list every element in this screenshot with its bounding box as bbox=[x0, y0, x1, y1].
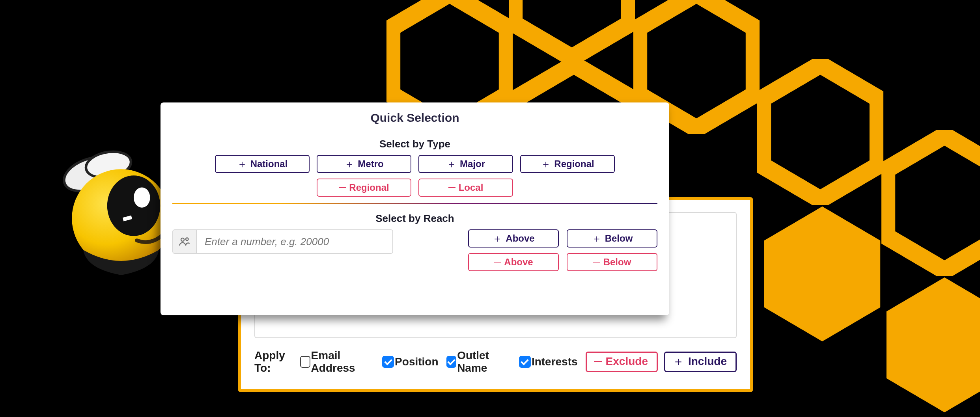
plus-icon: ＋ bbox=[541, 159, 551, 169]
type-remove-row: Regional Local bbox=[172, 179, 657, 197]
checkbox-icon bbox=[446, 356, 457, 368]
button-label: Regional bbox=[349, 182, 389, 193]
reach-number-input[interactable] bbox=[197, 230, 392, 253]
divider bbox=[172, 203, 657, 204]
button-label: Regional bbox=[554, 158, 594, 169]
svg-marker-6 bbox=[887, 136, 980, 270]
checkbox-interests[interactable]: Interests bbox=[519, 356, 578, 368]
type-remove-regional[interactable]: Regional bbox=[317, 179, 411, 197]
type-add-major[interactable]: ＋Major bbox=[418, 155, 513, 173]
plus-icon: ＋ bbox=[672, 356, 684, 367]
checkbox-icon bbox=[300, 356, 310, 368]
type-add-row: ＋National ＋Metro ＋Major ＋Regional bbox=[172, 155, 657, 173]
checkbox-label: Interests bbox=[532, 356, 578, 368]
minus-icon bbox=[339, 187, 346, 188]
button-label: Include bbox=[688, 355, 727, 368]
svg-point-8 bbox=[181, 238, 184, 241]
checkbox-email-address[interactable]: Email Address bbox=[300, 349, 374, 374]
reach-add-above[interactable]: ＋Above bbox=[468, 229, 559, 248]
button-label: Metro bbox=[358, 158, 383, 169]
svg-marker-7 bbox=[887, 277, 980, 412]
quick-selection-card: Quick Selection Select by Type ＋National… bbox=[161, 102, 669, 315]
button-label: Below bbox=[603, 257, 631, 268]
svg-point-9 bbox=[186, 238, 189, 241]
reach-remove-above[interactable]: Above bbox=[468, 253, 559, 271]
type-add-regional[interactable]: ＋Regional bbox=[520, 155, 615, 173]
button-label: Above bbox=[506, 233, 534, 244]
reach-add-below[interactable]: ＋Below bbox=[567, 229, 657, 248]
button-label: Above bbox=[504, 257, 533, 268]
checkbox-label: Email Address bbox=[311, 349, 375, 374]
button-label: Local bbox=[459, 182, 483, 193]
reach-remove-below[interactable]: Below bbox=[567, 253, 657, 271]
card-title: Quick Selection bbox=[172, 111, 657, 125]
svg-marker-5 bbox=[764, 207, 880, 341]
minus-icon bbox=[448, 187, 455, 188]
checkbox-position[interactable]: Position bbox=[382, 356, 438, 368]
type-remove-local[interactable]: Local bbox=[418, 179, 513, 197]
svg-marker-4 bbox=[762, 65, 878, 199]
include-button[interactable]: ＋ Include bbox=[664, 352, 737, 372]
hexagon-decor bbox=[509, 0, 635, 63]
minus-icon bbox=[494, 262, 501, 263]
svg-marker-1 bbox=[514, 0, 630, 58]
minus-icon bbox=[593, 262, 600, 263]
button-label: Below bbox=[605, 233, 633, 244]
checkbox-label: Position bbox=[395, 356, 438, 368]
type-add-metro[interactable]: ＋Metro bbox=[317, 155, 411, 173]
checkbox-icon bbox=[382, 356, 394, 368]
checkbox-icon bbox=[519, 356, 531, 368]
button-label: Major bbox=[460, 158, 485, 169]
hexagon-decor bbox=[757, 59, 883, 205]
button-label: National bbox=[250, 158, 288, 169]
hexagon-decor bbox=[759, 201, 885, 347]
plus-icon: ＋ bbox=[344, 159, 355, 169]
hexagon-decor bbox=[881, 272, 980, 417]
minus-icon bbox=[594, 361, 602, 362]
plus-icon: ＋ bbox=[592, 233, 602, 244]
plus-icon: ＋ bbox=[492, 233, 502, 244]
svg-point-14 bbox=[107, 175, 160, 236]
exclude-button[interactable]: Exclude bbox=[586, 352, 658, 372]
plus-icon: ＋ bbox=[237, 159, 247, 169]
reach-add-row: ＋Above ＋Below bbox=[468, 229, 657, 248]
apply-row: Apply To: Email Address Position Outlet … bbox=[254, 349, 737, 374]
apply-to-label: Apply To: bbox=[254, 349, 296, 374]
select-by-reach-heading: Select by Reach bbox=[172, 212, 657, 225]
checkbox-label: Outlet Name bbox=[457, 349, 511, 374]
people-icon bbox=[173, 230, 197, 253]
reach-remove-row: Above Below bbox=[468, 253, 657, 271]
svg-point-15 bbox=[134, 188, 150, 208]
button-label: Exclude bbox=[606, 355, 648, 368]
select-by-type-heading: Select by Type bbox=[172, 138, 657, 150]
type-add-national[interactable]: ＋National bbox=[215, 155, 310, 173]
reach-input-group bbox=[172, 229, 393, 254]
checkbox-outlet-name[interactable]: Outlet Name bbox=[446, 349, 511, 374]
plus-icon: ＋ bbox=[446, 159, 457, 169]
hexagon-decor bbox=[881, 130, 980, 276]
